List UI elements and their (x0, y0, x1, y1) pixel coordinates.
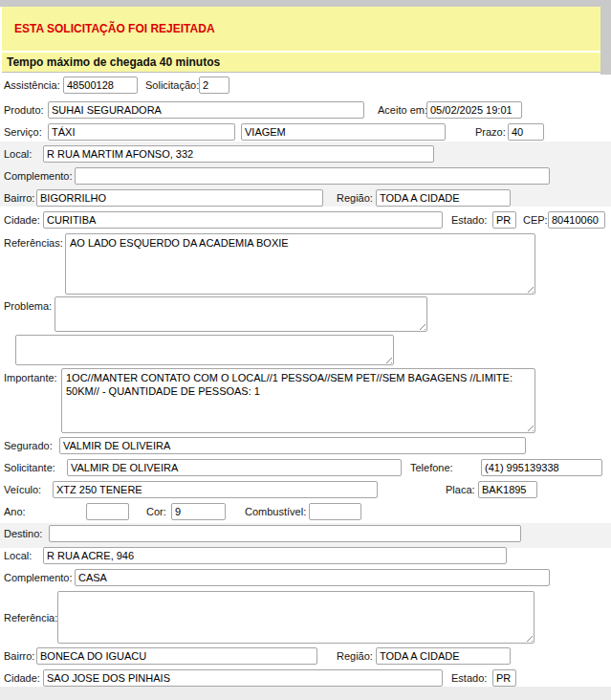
combustivel-input[interactable] (309, 503, 361, 520)
ano-label: Ano: (4, 506, 86, 517)
servico-label: Serviço: (4, 126, 48, 138)
destino-referencia-textarea-wrap (57, 591, 535, 644)
estado-input[interactable] (492, 211, 516, 229)
destino-cidade-label: Cidade: (4, 672, 43, 684)
window-chrome-right (600, 0, 611, 75)
destino-estado-input[interactable] (492, 669, 516, 687)
importante-textarea[interactable]: 1OC//MANTER CONTATO COM O LOCAL//1 PESSO… (61, 368, 535, 433)
assistencia-label: Assistência: (4, 79, 63, 91)
placa-label: Placa: (446, 484, 478, 495)
servico-input[interactable] (48, 123, 235, 141)
telefone-input[interactable] (481, 459, 602, 476)
footer-band (0, 687, 611, 700)
placa-input[interactable] (478, 481, 537, 498)
cidade-label: Cidade: (4, 214, 43, 226)
referencias-textarea[interactable]: AO LADO ESQUERDO DA ACADEMIA BOXIE (65, 233, 535, 295)
destino-complemento-label: Complemento: (4, 572, 75, 583)
importante-textarea-wrap: 1OC//MANTER CONTATO COM O LOCAL//1 PESSO… (61, 368, 535, 433)
solicitacao-label: Solicitação: (145, 79, 199, 91)
window-chrome-top (0, 0, 611, 7)
referencias-label: Referências: (4, 233, 65, 249)
telefone-label: Telefone: (410, 462, 481, 473)
rejected-banner: ESTA SOLICITAÇÃO FOI REJEITADA (2, 7, 600, 51)
combustivel-label: Combustível: (245, 506, 309, 517)
destino-input[interactable] (49, 525, 521, 542)
prazo-label: Prazo: (475, 126, 508, 138)
time-limit-banner-text: Tempo máximo de chegada 40 minutos (7, 55, 220, 69)
time-limit-banner: Tempo máximo de chegada 40 minutos (2, 53, 600, 73)
rejected-banner-text: ESTA SOLICITAÇÃO FOI REJEITADA (14, 22, 215, 35)
bairro-label: Bairro: (4, 192, 36, 204)
cor-input[interactable] (171, 503, 226, 520)
importante-label: Importante: (4, 368, 61, 383)
problema-textarea-wrap (55, 296, 427, 332)
solicitante-input[interactable] (67, 459, 402, 476)
destino-cidade-input[interactable] (43, 669, 443, 687)
referencias-textarea-wrap: AO LADO ESQUERDO DA ACADEMIA BOXIE (65, 233, 535, 295)
servico-type-input[interactable] (241, 123, 446, 141)
complemento-input[interactable] (75, 167, 550, 185)
destino-local-input[interactable] (43, 547, 507, 564)
aceito-em-label: Aceito em: (378, 104, 426, 116)
produto-input[interactable] (48, 101, 364, 119)
destino-referencia-textarea[interactable] (57, 591, 535, 644)
problema-textarea[interactable] (55, 296, 427, 332)
problema-extra-textarea[interactable] (15, 335, 394, 365)
ano-input[interactable] (86, 503, 129, 520)
service-request-form: Assistência: Solicitação: Produto: Aceit… (0, 77, 611, 687)
bairro-input[interactable] (36, 189, 323, 207)
local-label: Local: (4, 148, 43, 160)
produto-label: Produto: (4, 104, 48, 116)
cep-input[interactable] (548, 211, 605, 229)
prazo-input[interactable] (508, 123, 544, 141)
problema-extra-textarea-wrap (15, 335, 394, 365)
regiao-input[interactable] (376, 189, 511, 207)
destino-referencia-label: Referência: (4, 612, 57, 623)
destino-complemento-input[interactable] (75, 569, 550, 586)
destino-bairro-input[interactable] (36, 647, 317, 665)
destino-bairro-label: Bairro: (4, 650, 36, 662)
segurado-label: Segurado: (4, 440, 59, 451)
solicitacao-input[interactable] (199, 77, 229, 94)
complemento-label: Complemento: (4, 170, 75, 182)
segurado-input[interactable] (59, 437, 526, 454)
regiao-label: Região: (337, 192, 376, 204)
destino-estado-label: Estado: (451, 672, 492, 684)
destino-regiao-input[interactable] (376, 647, 511, 665)
veiculo-input[interactable] (53, 481, 378, 498)
problema-label: Problema: (4, 296, 55, 312)
destino-regiao-label: Região: (337, 650, 376, 662)
estado-label: Estado: (451, 214, 492, 226)
destino-local-label: Local: (4, 550, 43, 561)
solicitante-label: Solicitante: (4, 462, 67, 473)
cep-label: CEP: (523, 214, 548, 226)
cidade-input[interactable] (43, 211, 443, 229)
local-input[interactable] (43, 145, 434, 163)
aceito-em-input[interactable] (426, 101, 522, 119)
destino-label: Destino: (4, 528, 49, 539)
cor-label: Cor: (146, 506, 171, 517)
veiculo-label: Veículo: (4, 484, 53, 495)
assistencia-input[interactable] (63, 77, 138, 94)
